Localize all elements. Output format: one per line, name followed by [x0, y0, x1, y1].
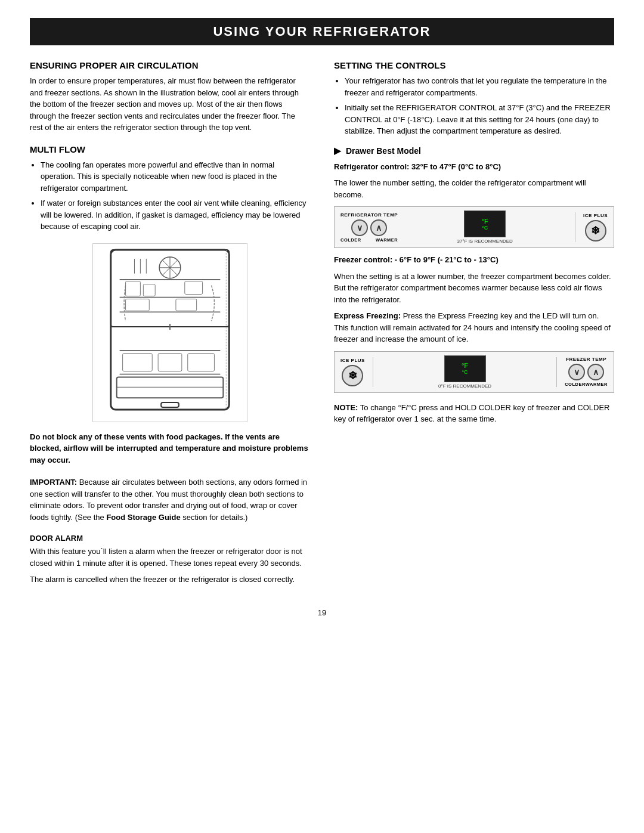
important-body2: section for details.)	[182, 513, 247, 522]
panel2-divider-right	[556, 357, 557, 387]
ref-control-text: The lower the number setting, the colder…	[334, 177, 614, 200]
multi-flow-section: MULTI FLOW The cooling fan operates more…	[30, 144, 310, 233]
note-body: To change °F/°C press and HOLD COLDER ke…	[334, 403, 609, 424]
ref-temp-down-btn[interactable]: ∨	[351, 219, 368, 236]
freezer-temp-up-btn[interactable]: ∧	[587, 364, 604, 380]
svg-rect-17	[143, 284, 155, 296]
page-header: USING YOUR REFRIGERATOR	[30, 18, 614, 45]
air-circulation-text: In order to ensure proper temperatures, …	[30, 75, 310, 134]
panel2-display: °F °C	[444, 355, 486, 382]
freezer-temp-down-btn[interactable]: ∨	[568, 364, 585, 380]
multi-flow-list: The cooling fan operates more powerful a…	[30, 159, 310, 233]
ice-plus-control-2: ICE PLUS ❄	[340, 358, 365, 386]
important-label: IMPORTANT:	[30, 478, 77, 487]
ref-temp-control: REFRIGERATOR TEMP ∨ ∧ COLDER WARMER	[340, 212, 398, 243]
note-label: NOTE:	[334, 403, 358, 412]
drawer-best-model-title: ▶ Drawer Best Model	[334, 145, 614, 156]
freezer-temp-label: FREEZER TEMP	[566, 357, 606, 362]
svg-rect-18	[185, 281, 203, 294]
left-column: ENSURING PROPER AIR CIRCULATION In order…	[30, 60, 310, 596]
setting-controls-section: SETTING THE CONTROLS Your refrigerator h…	[334, 60, 614, 137]
freezer-control-section: Freezer control: - 6°F to 9°F (- 21°C to…	[334, 254, 614, 393]
setting-controls-item-2: Initially set the REFRIGERATOR CONTROL a…	[345, 102, 614, 137]
right-column: SETTING THE CONTROLS Your refrigerator h…	[334, 60, 614, 596]
svg-rect-23	[188, 353, 215, 371]
ice-plus-control: ICE PLUS ❄	[583, 213, 608, 241]
note-text: NOTE: To change °F/°C press and HOLD COL…	[334, 402, 614, 425]
setting-controls-list: Your refrigerator has two controls that …	[334, 75, 614, 137]
control-panel-1: REFRIGERATOR TEMP ∨ ∧ COLDER WARMER	[334, 206, 614, 248]
panel2-recommended: 0°F IS RECOMMENDED	[438, 383, 491, 389]
ice-plus-icon[interactable]: ❄	[585, 220, 606, 241]
do-not-block-text: Do not block any of these vents with foo…	[30, 431, 310, 466]
svg-rect-19	[126, 299, 150, 311]
fridge-illustration	[92, 243, 247, 422]
ref-colder-label: COLDER	[340, 237, 361, 243]
panel1-display-unit: °C	[482, 225, 488, 231]
express-freezing-para: Express Freezing: Press the Express Free…	[334, 310, 614, 345]
ref-temp-sub-labels: COLDER WARMER	[340, 237, 398, 243]
freezer-control-title: Freezer control: - 6°F to 9°F (- 21°C to…	[334, 254, 614, 266]
door-alarm-text2: The alarm is cancelled when the freezer …	[30, 574, 310, 586]
setting-controls-item-1: Your refrigerator has two controls that …	[345, 75, 614, 98]
freezer-temp-sub-labels: COLDER WARMER	[565, 382, 608, 387]
drawer-title-text: Drawer Best Model	[346, 146, 421, 156]
panel1-display: °F °C	[464, 210, 506, 237]
panel1-display-value: °F	[482, 218, 488, 225]
svg-rect-16	[126, 281, 141, 296]
freezer-temp-buttons: ∨ ∧	[568, 364, 604, 380]
multi-flow-item-1: The cooling fan operates more powerful a…	[41, 159, 310, 194]
ref-control-section: Refrigerator control: 32°F to 47°F (0°C …	[334, 161, 614, 249]
ref-temp-buttons: ∨ ∧	[351, 219, 387, 236]
ice-plus-icon-2[interactable]: ❄	[342, 365, 363, 386]
freezer-warmer-label: WARMER	[586, 382, 608, 387]
drawer-best-model-section: ▶ Drawer Best Model Refrigerator control…	[334, 145, 614, 425]
air-circulation-section: ENSURING PROPER AIR CIRCULATION In order…	[30, 60, 310, 134]
header-title: USING YOUR REFRIGERATOR	[213, 24, 431, 39]
svg-rect-20	[176, 299, 197, 311]
do-not-block-section: Do not block any of these vents with foo…	[30, 431, 310, 466]
panel2-divider-left	[373, 357, 373, 387]
svg-rect-22	[158, 353, 182, 371]
control-panel-2: ICE PLUS ❄ °F °C 0°F IS RECOMMENDED	[334, 351, 614, 393]
door-alarm-title: DOOR ALARM	[30, 534, 310, 543]
do-not-block-bold: Do not block any of these vents with foo…	[30, 432, 308, 465]
panel1-recommended: 37°F IS RECOMMENDED	[457, 239, 512, 244]
panel1-divider	[575, 212, 575, 242]
panel2-display-value: °F	[462, 362, 468, 369]
ref-control-bold: Refrigerator control: 32°F to 47°F (0°C …	[334, 162, 501, 171]
panel2-display-unit: °C	[462, 369, 467, 375]
ref-temp-label: REFRIGERATOR TEMP	[340, 212, 398, 218]
ice-plus-label: ICE PLUS	[583, 213, 608, 218]
food-storage-guide: Food Storage Guide	[106, 513, 180, 522]
important-section: IMPORTANT: Because air circulates betwee…	[30, 476, 310, 523]
door-alarm-text1: With this feature you´ll listen a alarm …	[30, 546, 310, 569]
ice-plus-label-2: ICE PLUS	[340, 358, 365, 363]
page-number: 19	[30, 608, 614, 617]
air-circulation-title: ENSURING PROPER AIR CIRCULATION	[30, 60, 310, 70]
freezer-control-bold: Freezer control: - 6°F to 9°F (- 21°C to…	[334, 255, 499, 264]
ref-warmer-label: WARMER	[376, 237, 398, 243]
ref-control-title: Refrigerator control: 32°F to 47°F (0°C …	[334, 161, 614, 173]
important-text: IMPORTANT: Because air circulates betwee…	[30, 476, 310, 523]
svg-rect-21	[123, 353, 153, 371]
freezer-colder-label: COLDER	[565, 382, 586, 387]
note-section: NOTE: To change °F/°C press and HOLD COL…	[334, 402, 614, 425]
drawer-arrow: ▶	[334, 145, 341, 156]
svg-rect-26	[161, 402, 179, 407]
ref-temp-up-btn[interactable]: ∧	[370, 219, 387, 236]
express-freezing-title: Express Freezing:	[334, 311, 401, 320]
door-alarm-section: DOOR ALARM With this feature you´ll list…	[30, 534, 310, 586]
multi-flow-title: MULTI FLOW	[30, 144, 310, 154]
multi-flow-item-2: If water or foreign substances enter the…	[41, 197, 310, 233]
setting-controls-title: SETTING THE CONTROLS	[334, 60, 614, 70]
freezer-control-text: When the setting is at a lower number, t…	[334, 271, 614, 306]
freezer-temp-control: FREEZER TEMP ∨ ∧ COLDER WARMER	[565, 357, 608, 387]
